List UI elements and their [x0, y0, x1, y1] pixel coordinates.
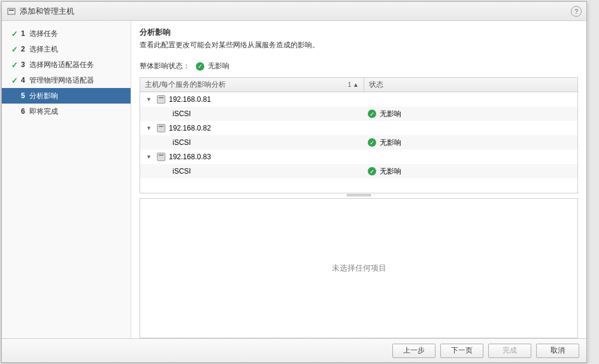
host-label: 192.168.0.82	[169, 124, 211, 132]
host-label: 192.168.0.83	[169, 153, 211, 161]
wizard-steps: ✓1选择任务✓2选择主机✓3选择网络适配器任务✓4管理物理网络适配器5分析影响6…	[2, 21, 131, 338]
step-number: 5	[21, 92, 29, 100]
status-text: 无影响	[380, 166, 401, 177]
step-number: 1	[21, 29, 29, 38]
wizard-dialog: 添加和管理主机 ? ✓1选择任务✓2选择主机✓3选择网络适配器任务✓4管理物理网…	[1, 1, 587, 363]
status-text: 无影响	[380, 109, 401, 119]
server-icon	[157, 153, 165, 161]
overall-status-value: 无影响	[208, 61, 229, 71]
detail-panel: 未选择任何项目	[140, 198, 578, 338]
footer: 上一步 下一页 完成 取消	[2, 338, 586, 362]
finish-button[interactable]: 完成	[488, 344, 531, 358]
section-title: 分析影响	[140, 27, 578, 38]
check-circle-icon: ✓	[368, 110, 376, 118]
server-icon	[157, 95, 165, 104]
service-label: iSCSI	[173, 110, 191, 118]
overall-status: 整体影响状态： ✓ 无影响	[140, 61, 578, 71]
wizard-step-3[interactable]: ✓3选择网络适配器任务	[2, 57, 131, 72]
expand-toggle-icon[interactable]: ▼	[146, 154, 153, 160]
help-icon[interactable]: ?	[571, 6, 582, 17]
host-label: 192.168.0.81	[169, 95, 211, 104]
wizard-step-1[interactable]: ✓1选择任务	[2, 26, 131, 41]
host-row[interactable]: ▼192.168.0.82	[140, 121, 577, 135]
tree-header: 主机/每个服务的影响分析 1 ▲ 状态	[140, 78, 577, 92]
expand-toggle-icon[interactable]: ▼	[146, 125, 153, 131]
wizard-step-2[interactable]: ✓2选择主机	[2, 41, 131, 57]
wizard-step-4[interactable]: ✓4管理物理网络适配器	[2, 72, 131, 88]
sort-indicator: 1 ▲	[348, 81, 359, 88]
service-label: iSCSI	[173, 167, 191, 175]
wizard-step-5[interactable]: 5分析影响	[2, 88, 131, 104]
check-icon: ✓	[10, 76, 19, 84]
step-label: 选择任务	[29, 29, 58, 39]
overall-status-label: 整体影响状态：	[140, 61, 190, 71]
back-button[interactable]: 上一步	[392, 344, 435, 358]
host-row[interactable]: ▼192.168.0.83	[140, 150, 577, 164]
server-icon	[157, 124, 165, 132]
step-number: 6	[21, 107, 29, 116]
step-label: 即将完成	[29, 107, 58, 117]
host-row[interactable]: ▼192.168.0.81	[140, 92, 577, 107]
impact-tree: 主机/每个服务的影响分析 1 ▲ 状态 ▼192.168.0.81iSCSI✓无…	[140, 77, 578, 193]
step-label: 选择网络适配器任务	[29, 60, 94, 70]
service-label: iSCSI	[173, 138, 191, 147]
dialog-title: 添加和管理主机	[20, 6, 74, 17]
main-content: 分析影响 查看此配置更改可能会对某些网络从属服务造成的影响。 整体影响状态： ✓…	[131, 21, 586, 338]
service-row[interactable]: iSCSI✓无影响	[140, 107, 577, 121]
service-row[interactable]: iSCSI✓无影响	[140, 135, 577, 150]
check-circle-icon: ✓	[368, 138, 376, 147]
step-number: 3	[21, 60, 29, 69]
splitter[interactable]	[140, 193, 578, 197]
check-circle-icon: ✓	[368, 167, 376, 175]
check-icon	[10, 107, 19, 116]
check-icon	[10, 92, 19, 100]
detail-placeholder: 未选择任何项目	[332, 263, 386, 274]
expand-toggle-icon[interactable]: ▼	[146, 96, 153, 102]
svg-rect-1	[9, 10, 14, 11]
app-icon	[7, 7, 16, 16]
titlebar: 添加和管理主机 ?	[2, 2, 586, 21]
check-icon: ✓	[10, 60, 19, 69]
cancel-button[interactable]: 取消	[536, 344, 579, 358]
wizard-step-6[interactable]: 6即将完成	[2, 104, 131, 119]
column-header-status[interactable]: 状态	[364, 78, 577, 92]
service-row[interactable]: iSCSI✓无影响	[140, 164, 577, 178]
step-number: 2	[21, 45, 29, 53]
step-label: 管理物理网络适配器	[29, 75, 94, 86]
status-text: 无影响	[380, 138, 401, 148]
next-button[interactable]: 下一页	[440, 344, 483, 358]
tree-body[interactable]: ▼192.168.0.81iSCSI✓无影响▼192.168.0.82iSCSI…	[140, 92, 577, 193]
column-header-analysis[interactable]: 主机/每个服务的影响分析 1 ▲	[140, 78, 364, 92]
step-label: 分析影响	[29, 91, 58, 101]
step-label: 选择主机	[29, 44, 58, 54]
section-desc: 查看此配置更改可能会对某些网络从属服务造成的影响。	[140, 40, 578, 50]
svg-rect-0	[8, 8, 15, 14]
splitter-handle-icon	[347, 194, 371, 196]
check-icon: ✓	[10, 45, 19, 53]
step-number: 4	[21, 76, 29, 84]
check-circle-icon: ✓	[196, 62, 204, 71]
check-icon: ✓	[10, 29, 19, 38]
